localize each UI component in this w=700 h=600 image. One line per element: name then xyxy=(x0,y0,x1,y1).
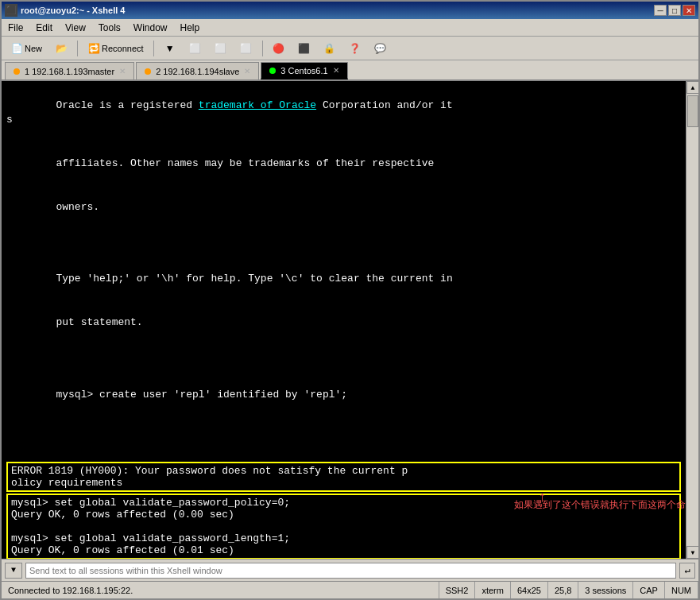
tab-2-close[interactable]: ✕ xyxy=(244,67,250,75)
validate-length-ok: Query OK, 0 rows affected (0.01 sec) xyxy=(11,544,234,556)
cap-status: CAP xyxy=(633,582,665,598)
toolbar-btn-10[interactable]: ❓ xyxy=(343,39,367,58)
open-button[interactable]: 📂 xyxy=(49,39,73,58)
tab-1-close[interactable]: ✕ xyxy=(119,67,126,75)
size-text: 64x25 xyxy=(517,586,541,595)
scrollbar[interactable]: ▲ ▼ xyxy=(686,81,698,559)
tab-3[interactable]: 3 Centos6.1 ✕ xyxy=(261,62,347,79)
toolbar-separator-2 xyxy=(153,41,154,56)
xterm-text: xterm xyxy=(481,586,504,595)
icon-7: 🔴 xyxy=(273,42,285,55)
menu-view[interactable]: View xyxy=(59,19,92,36)
terminal[interactable]: Oracle is a registered trademark of Orac… xyxy=(2,81,686,559)
cap-text: CAP xyxy=(640,586,658,595)
connection-status: Connected to 192.168.1.195:22. xyxy=(2,582,439,598)
pos-status: 25,8 xyxy=(548,582,578,598)
error-line-1: ERROR 1819 (HY000): Your password does n… xyxy=(11,465,408,477)
new-button[interactable]: 📄 New xyxy=(5,39,48,58)
menu-bar: File Edit View Tools Window Help xyxy=(2,19,698,37)
error-box: ERROR 1819 (HY000): Your password does n… xyxy=(6,462,681,492)
xterm-status: xterm xyxy=(475,582,511,598)
main-window: ⬛ root@zuoyu2:~ - Xshell 4 ─ □ ✕ File Ed… xyxy=(0,0,700,600)
minimize-button[interactable]: ─ xyxy=(654,5,667,16)
title-bar-left: ⬛ root@zuoyu2:~ - Xshell 4 xyxy=(5,4,125,17)
window-title: root@zuoyu2:~ - Xshell 4 xyxy=(21,6,125,15)
cmd-box: mysql> set global validate_password_poli… xyxy=(6,494,681,559)
title-bar: ⬛ root@zuoyu2:~ - Xshell 4 ─ □ ✕ xyxy=(2,2,698,19)
num-text: NUM xyxy=(671,586,691,595)
maximize-button[interactable]: □ xyxy=(668,5,681,16)
trademark-text: trademark of Oracle xyxy=(199,99,316,111)
oracle-line-1: Oracle is a registered trademark of Orac… xyxy=(6,99,453,126)
error-line-2: olicy requirements xyxy=(11,477,122,489)
pos-text: 25,8 xyxy=(555,586,571,595)
open-icon: 📂 xyxy=(55,42,68,55)
scroll-track[interactable] xyxy=(686,94,698,546)
affiliates-line: affiliates. Other names may be trademark… xyxy=(56,157,434,169)
tab-1[interactable]: 1 192.168.1.193master ✕ xyxy=(5,62,134,79)
app-icon: ⬛ xyxy=(5,4,17,17)
scroll-down-button[interactable]: ▼ xyxy=(686,546,698,559)
menu-help[interactable]: Help xyxy=(174,19,207,36)
menu-window[interactable]: Window xyxy=(127,19,174,36)
tab-3-label: 3 Centos6.1 xyxy=(280,66,327,75)
send-text-input[interactable] xyxy=(25,563,676,579)
toolbar-btn-4[interactable]: ⬜ xyxy=(184,39,207,58)
input-bar: ▼ ↵ xyxy=(2,559,698,581)
validate-policy-cmd: mysql> set global validate_password_poli… xyxy=(11,497,290,509)
tab-1-dot xyxy=(14,68,20,75)
validate-length-cmd: mysql> set global validate_password_leng… xyxy=(11,532,290,544)
toolbar: 📄 New 📂 🔁 Reconnect ▼ ⬜ ⬜ ⬜ 🔴 ⬛ xyxy=(2,37,698,60)
menu-file[interactable]: File xyxy=(2,19,29,36)
size-status: 64x25 xyxy=(511,582,548,598)
tab-3-dot xyxy=(269,68,276,74)
tab-2-dot xyxy=(145,68,151,75)
reconnect-button[interactable]: 🔁 Reconnect xyxy=(82,39,149,58)
owners-line: owners. xyxy=(56,201,99,213)
menu-edit[interactable]: Edit xyxy=(29,19,59,36)
scroll-thumb[interactable] xyxy=(687,95,698,127)
validate-policy-ok: Query OK, 0 rows affected (0.00 sec) xyxy=(11,509,234,521)
icon-4: ⬜ xyxy=(189,42,202,55)
icon-11: 💬 xyxy=(374,42,387,55)
reconnect-icon: 🔁 xyxy=(87,42,100,55)
tab-3-close[interactable]: ✕ xyxy=(333,66,339,75)
menu-tools[interactable]: Tools xyxy=(92,19,127,36)
scroll-up-button[interactable]: ▲ xyxy=(686,81,698,94)
icon-8: ⬛ xyxy=(298,42,311,55)
tab-bar: 1 192.168.1.193master ✕ 2 192.168.1.194s… xyxy=(2,60,698,81)
connected-text: Connected to 192.168.1.195:22. xyxy=(8,586,133,595)
help-line-2: put statement. xyxy=(56,316,142,328)
close-button[interactable]: ✕ xyxy=(683,5,695,16)
new-icon: 📄 xyxy=(10,42,23,55)
toolbar-btn-5[interactable]: ⬜ xyxy=(209,39,233,58)
icon-3: ▼ xyxy=(164,42,176,55)
num-status: NUM xyxy=(665,582,698,598)
toolbar-separator-3 xyxy=(262,41,263,56)
ssh-status: SSH2 xyxy=(439,582,476,598)
toolbar-separator-1 xyxy=(77,41,78,56)
ssh-text: SSH2 xyxy=(446,586,469,595)
create-user-cmd-1: mysql> create user 'repl' identified by … xyxy=(56,389,347,401)
icon-5: ⬜ xyxy=(215,42,227,55)
tab-2[interactable]: 2 192.168.1.194slave ✕ xyxy=(136,62,259,79)
toolbar-btn-8[interactable]: ⬛ xyxy=(292,39,316,58)
toolbar-btn-9[interactable]: 🔒 xyxy=(318,39,342,58)
help-line-1: Type 'help;' or '\h' for help. Type '\c'… xyxy=(56,273,452,285)
toolbar-btn-11[interactable]: 💬 xyxy=(369,39,393,58)
toolbar-btn-6[interactable]: ⬜ xyxy=(234,39,258,58)
annotation-text: 如果遇到了这个错误就执行下面这两个命令 xyxy=(514,498,686,512)
icon-6: ⬜ xyxy=(240,42,253,55)
icon-10: ❓ xyxy=(349,42,362,55)
terminal-content: Oracle is a registered trademark of Orac… xyxy=(6,84,681,460)
toolbar-btn-3[interactable]: ▼ xyxy=(158,39,182,58)
tab-1-label: 1 192.168.1.193master xyxy=(25,67,114,76)
window-controls: ─ □ ✕ xyxy=(654,5,695,16)
sessions-text: 3 sessions xyxy=(585,586,626,595)
status-bar: Connected to 192.168.1.195:22. SSH2 xter… xyxy=(2,581,698,598)
toolbar-btn-7[interactable]: 🔴 xyxy=(267,39,291,58)
terminal-wrapper: Oracle is a registered trademark of Orac… xyxy=(2,81,698,559)
input-dropdown-button[interactable]: ▼ xyxy=(5,563,22,579)
send-icon[interactable]: ↵ xyxy=(679,563,695,579)
icon-9: 🔒 xyxy=(323,42,336,55)
